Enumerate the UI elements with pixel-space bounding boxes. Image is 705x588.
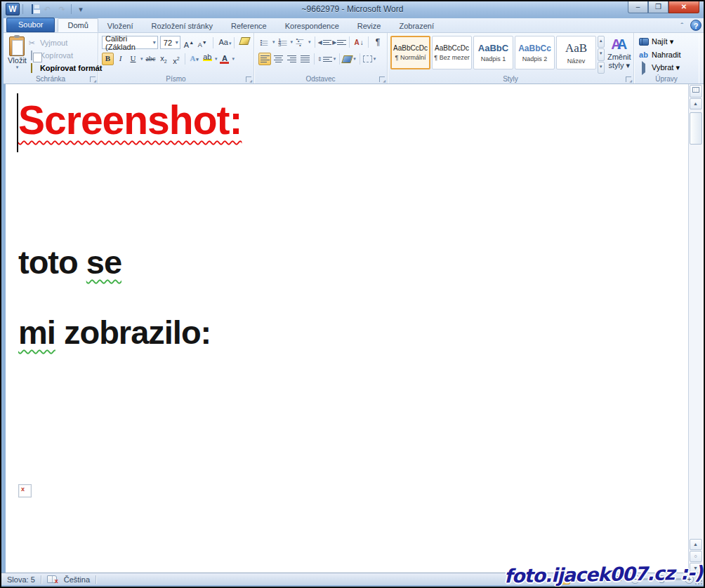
ruler-icon: [692, 87, 699, 93]
group-label-paragraph: Odstavec: [254, 75, 387, 83]
underline-button[interactable]: U: [127, 53, 139, 65]
document-area: Screenshot: toto se mi zobrazilo: x ▲ ▲ …: [4, 84, 704, 575]
find-button[interactable]: Najít ▾: [638, 36, 697, 48]
broken-image-placeholder[interactable]: x: [18, 484, 32, 497]
scroll-up-button[interactable]: ▲: [690, 98, 702, 109]
scrollbar-track[interactable]: [690, 112, 702, 536]
divider: [360, 53, 360, 65]
strikethrough-button[interactable]: abc: [145, 53, 157, 65]
chevron-down-icon[interactable]: ▾: [272, 39, 276, 45]
subscript-button[interactable]: x2: [157, 53, 169, 65]
change-case-button[interactable]: Aa▾: [218, 36, 230, 49]
document-line-2[interactable]: toto se: [18, 243, 121, 281]
bullets-button[interactable]: •—•—•—: [258, 36, 271, 48]
close-button[interactable]: ✕: [668, 1, 699, 13]
borders-icon: [363, 55, 372, 62]
document-line-3[interactable]: mi zobrazilo:: [18, 313, 211, 352]
document-page[interactable]: Screenshot: toto se mi zobrazilo: x: [8, 84, 688, 575]
style-normalni[interactable]: AaBbCcDc ¶ Normální: [390, 36, 430, 69]
change-styles-button[interactable]: AA Změnitstyly ▾: [607, 36, 631, 74]
chevron-down-icon[interactable]: ▾: [140, 56, 144, 62]
align-center-button[interactable]: [272, 53, 284, 65]
tab-soubor[interactable]: Soubor: [6, 18, 55, 32]
chevron-down-icon[interactable]: ▾: [214, 56, 218, 62]
dialog-launcher-icon[interactable]: [626, 76, 631, 82]
paste-button[interactable]: Vložit ▾: [8, 35, 27, 74]
group-editing: Najít ▾ ab Nahradit Vybrat ▾ Úpravy: [634, 33, 699, 83]
format-painter-button[interactable]: Kopírovat formát: [27, 62, 103, 74]
superscript-button[interactable]: x2: [170, 53, 182, 65]
style-nadpis-2[interactable]: AaBbCc Nadpis 2: [515, 36, 555, 69]
change-styles-icon: AA: [611, 36, 627, 52]
style-nadpis-1[interactable]: AaBbC Nadpis 1: [473, 36, 513, 69]
collapse-ribbon-icon[interactable]: ˆ: [680, 22, 683, 29]
copy-button[interactable]: Kopírovat: [27, 50, 103, 61]
tab-zobrazeni[interactable]: Zobrazení: [390, 20, 443, 32]
tab-rozlozeni-stranky[interactable]: Rozložení stránky: [143, 20, 222, 32]
increase-indent-button[interactable]: ▶: [332, 36, 346, 48]
styles-scroll-up-button[interactable]: ▲: [598, 36, 605, 48]
scrollbar-thumb[interactable]: [690, 112, 702, 145]
maximize-button[interactable]: ❐: [648, 1, 668, 13]
document-heading[interactable]: Screenshot:: [18, 97, 242, 143]
dialog-launcher-icon[interactable]: [90, 76, 95, 82]
tab-korespondence[interactable]: Korespondence: [276, 20, 348, 32]
select-button[interactable]: Vybrat ▾: [638, 62, 697, 74]
tab-reference[interactable]: Reference: [222, 20, 276, 32]
styles-gallery-more-button[interactable]: ▼: [598, 62, 605, 74]
dialog-launcher-icon[interactable]: [379, 76, 385, 82]
font-color-button[interactable]: A: [218, 53, 230, 65]
binoculars-icon: [639, 38, 649, 44]
italic-button[interactable]: I: [114, 53, 126, 65]
align-left-button[interactable]: [258, 53, 271, 65]
align-right-button[interactable]: [285, 53, 298, 65]
borders-button[interactable]: ▾: [363, 53, 377, 65]
style-bez-mezer[interactable]: AaBbCcDc ¶ Bez mezer: [432, 36, 472, 69]
minimize-button[interactable]: –: [628, 1, 648, 13]
group-label-clipboard: Schránka: [4, 75, 98, 83]
sort-button[interactable]: A↓: [352, 36, 365, 48]
ribbon-tab-bar: Soubor Domů Vložení Rozložení stránky Re…: [4, 18, 704, 33]
numbering-icon: 1—2—3—: [278, 39, 287, 46]
replace-button[interactable]: ab Nahradit: [638, 49, 697, 61]
font-size-combobox[interactable]: 72 ▾: [160, 36, 180, 49]
chevron-down-icon[interactable]: ▾: [290, 39, 294, 45]
font-name-combobox[interactable]: Calibri (Základn ▾: [102, 36, 158, 49]
highlight-color-button[interactable]: ab: [202, 53, 213, 65]
shading-button[interactable]: ▾: [343, 53, 357, 65]
language-indicator[interactable]: Čeština: [62, 573, 95, 585]
clear-formatting-button[interactable]: [239, 36, 251, 49]
copy-icon: [31, 51, 32, 60]
ruler-toggle-button[interactable]: [690, 85, 702, 98]
bold-button[interactable]: B: [102, 53, 114, 65]
dialog-launcher-icon[interactable]: [246, 76, 251, 82]
justify-button[interactable]: [298, 53, 311, 65]
cut-button[interactable]: ✂ Vyjmout: [27, 37, 103, 48]
help-icon[interactable]: ?: [690, 20, 701, 31]
show-formatting-marks-button[interactable]: ¶: [371, 36, 384, 48]
divider: [234, 37, 235, 48]
browse-object-button[interactable]: ○: [690, 551, 702, 562]
styles-scroll-down-button[interactable]: ▼: [598, 48, 605, 60]
decrease-indent-button[interactable]: ◀: [318, 36, 332, 48]
group-font: Calibri (Základn ▾ 72 ▾ A▲ A▼ Aa▾ B I U …: [98, 33, 254, 83]
word-count[interactable]: Slova: 5: [1, 573, 41, 585]
line-spacing-button[interactable]: ⇕▾: [317, 53, 336, 65]
group-paragraph: •—•—•— ▾ 1—2—3— ▾ •— •— • ▾ ◀ ▶ A↓ ¶: [254, 33, 388, 83]
proofing-status-button[interactable]: x: [41, 573, 62, 585]
style-nazev[interactable]: AaB Název: [556, 36, 596, 69]
multilevel-list-button[interactable]: •— •— •: [294, 36, 307, 48]
tab-vlozeni[interactable]: Vložení: [98, 20, 143, 32]
group-label-editing: Úpravy: [634, 75, 699, 83]
align-left-icon: [261, 54, 270, 64]
vertical-scrollbar[interactable]: ▲ ▲ ○ ▼: [688, 84, 702, 575]
text-effects-button[interactable]: A▾: [188, 53, 200, 65]
numbering-button[interactable]: 1—2—3—: [277, 36, 289, 48]
grow-font-button[interactable]: A▲: [183, 36, 195, 49]
shrink-font-button[interactable]: A▼: [197, 36, 209, 49]
chevron-down-icon[interactable]: ▾: [308, 39, 312, 45]
previous-page-button[interactable]: ▲: [690, 539, 702, 550]
tab-revize[interactable]: Revize: [348, 20, 390, 32]
tab-domu[interactable]: Domů: [58, 18, 98, 32]
chevron-down-icon[interactable]: ▾: [231, 56, 235, 62]
